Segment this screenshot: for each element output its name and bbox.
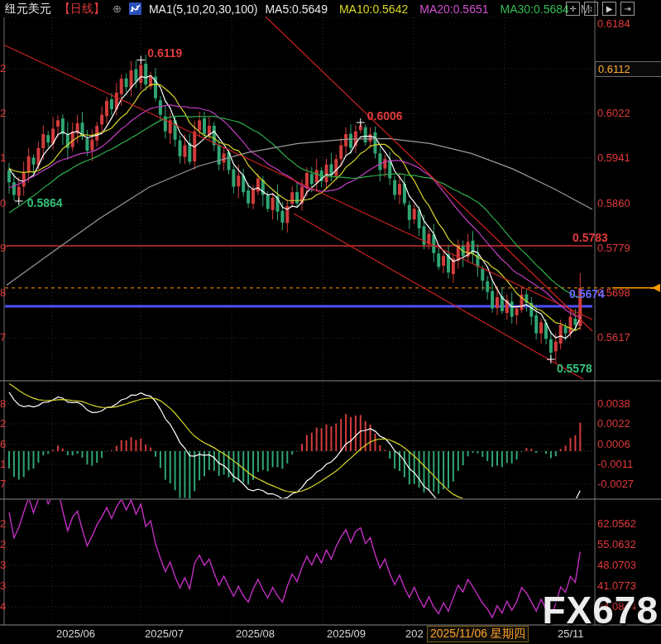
chart-toolbar: ✛↕▶⇥ (566, 2, 635, 16)
price-annotation: 0.5578 (557, 362, 592, 375)
symbol-title: 纽元美元 (5, 2, 51, 17)
rsi-axis-label: 48.0703 (597, 559, 636, 571)
left-axis-digit: 6 (0, 438, 7, 450)
price-axis-label: 0.5860 (597, 197, 630, 209)
axis-scale-icon[interactable]: ↕ (584, 2, 598, 16)
left-axis-digit: 4 (0, 600, 7, 613)
move-icon[interactable]: ✛ (566, 2, 580, 16)
macd-axis-label: 0.0038 (597, 397, 630, 410)
price-axis-label: 0.5617 (597, 331, 630, 344)
chart-window: 纽元美元 【日线】 ⊕ MA1(5,10,20,30,100) MA5:0.56… (0, 0, 661, 644)
date-tooltip: 2025/11/06 星期四 (427, 626, 529, 642)
left-axis-digit: 2 (0, 517, 7, 530)
left-axis-digit: 7 (0, 331, 7, 344)
left-axis-digit: 2 (0, 417, 7, 430)
macd-axis-label: 0.0022 (597, 417, 630, 430)
export-icon[interactable]: ⇥ (620, 2, 635, 16)
ma-settings-label: MA1(5,10,20,30,100) (149, 2, 258, 16)
level-label: 0.5783 (572, 231, 608, 244)
left-axis-digit: 2 (0, 62, 7, 74)
left-axis-digit: 3 (0, 579, 7, 592)
date-label: 2025/09 (327, 627, 366, 640)
left-axis-digit: 2 (0, 538, 7, 550)
ma-value-label: MA30:0.5684 (501, 2, 569, 16)
price-annotation: 0.5864 (27, 196, 63, 209)
left-axis-digit: 1 (0, 458, 7, 470)
ma-values-group: MA5:0.5649MA10:0.5642MA20:0.5651MA30:0.5… (265, 2, 590, 16)
left-axis-digit: 1 (0, 151, 7, 164)
ma-value-label: MA5:0.5649 (265, 2, 328, 16)
axis-play-icon[interactable]: ▶ (602, 2, 616, 16)
chart-canvas[interactable] (0, 0, 661, 644)
macd-axis-label: 0.0006 (597, 438, 630, 450)
rsi-axis-label: 55.0632 (597, 538, 636, 550)
date-label: 2025/06 (56, 627, 95, 640)
rsi-axis-label: 62.0562 (597, 517, 636, 530)
add-circle-icon[interactable]: ⊕ (113, 2, 122, 15)
ma-value-label: MA20:0.5651 (419, 2, 488, 16)
date-label: 2025/07 (145, 627, 184, 640)
macd-axis-label: -0.0027 (597, 478, 634, 490)
macd-axis-label: -0.0011 (597, 458, 633, 470)
date-label-oct: 202 (405, 627, 424, 640)
level-label: 0.5674 (569, 287, 605, 300)
header-bar: 纽元美元 【日线】 ⊕ MA1(5,10,20,30,100) MA5:0.56… (5, 1, 591, 17)
ma-value-label: MA10:0.5642 (339, 2, 408, 16)
axis-highlight-label: 0.6112 (595, 61, 661, 77)
left-axis-digit: 9 (0, 242, 7, 254)
left-axis-digit: 0 (0, 197, 7, 209)
left-axis-digit: 8 (0, 397, 7, 410)
watermark-text: FX678 (542, 588, 659, 632)
left-axis-digit: 8 (0, 286, 7, 299)
kline-chart-icon[interactable] (129, 2, 141, 15)
price-axis-label: 0.6184 (597, 17, 630, 30)
date-label: 2025/08 (236, 627, 275, 640)
price-axis-label: 0.5941 (597, 151, 630, 164)
left-axis-digit: 3 (0, 559, 7, 571)
left-axis-digit: 2 (0, 107, 7, 119)
left-axis-digit: 7 (0, 478, 7, 490)
price-annotation: 0.6119 (147, 46, 182, 60)
period-label: 【日线】 (59, 2, 105, 17)
price-annotation: 0.6006 (367, 109, 403, 123)
price-axis-label: 0.6022 (597, 107, 630, 119)
